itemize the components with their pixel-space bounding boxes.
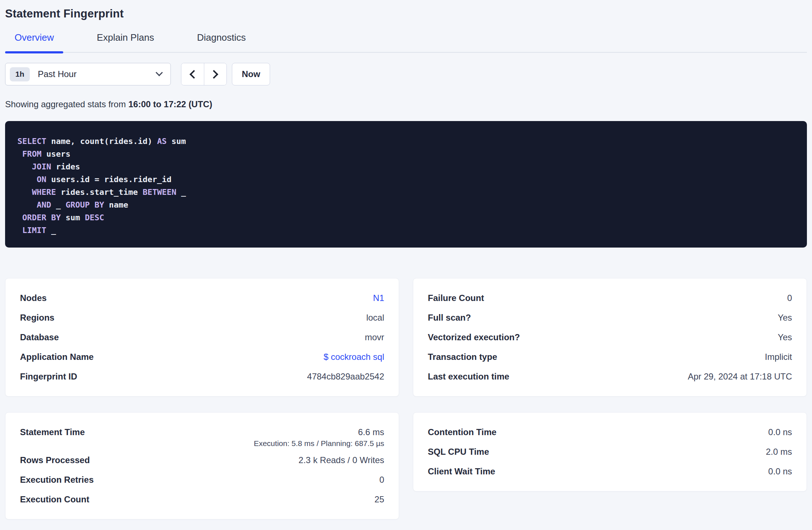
row-label: Full scan? bbox=[428, 308, 471, 328]
row-values: Yes bbox=[778, 308, 792, 328]
sql-line: ON users.id = rides.rider_id bbox=[17, 173, 795, 186]
tab-overview[interactable]: Overview bbox=[5, 32, 63, 52]
row-label: Execution Count bbox=[20, 490, 89, 509]
row-values: 25 bbox=[374, 490, 384, 509]
row-value: Implicit bbox=[765, 347, 792, 367]
sql-keyword: SELECT bbox=[17, 137, 46, 146]
row-value-link[interactable]: N1 bbox=[373, 288, 384, 308]
execution-attributes-card: Failure Count0Full scan?YesVectorized ex… bbox=[413, 278, 807, 397]
sql-line: FROM users bbox=[17, 148, 795, 160]
sql-text bbox=[17, 162, 32, 171]
sql-keyword: FROM bbox=[22, 149, 41, 158]
sql-text: users.id = rides.rider_id bbox=[46, 175, 171, 184]
row-values: $ cockroach sql bbox=[323, 347, 384, 367]
chevron-right-icon bbox=[210, 70, 218, 79]
row-values: 0.0 ns bbox=[768, 462, 792, 481]
sql-text: _ bbox=[46, 226, 56, 235]
summary-cards: NodesN1RegionslocalDatabasemovrApplicati… bbox=[5, 278, 807, 519]
sql-keyword: ON bbox=[37, 175, 47, 184]
time-range-label: Past Hour bbox=[38, 69, 157, 79]
wait-time-card: Contention Time0.0 nsSQL CPU Time2.0 msC… bbox=[413, 412, 807, 491]
row-value: Yes bbox=[778, 328, 792, 347]
sql-text: sum bbox=[167, 137, 186, 146]
card-row-statement-time: Statement Time6.6 msExecution: 5.8 ms / … bbox=[20, 422, 384, 450]
row-value: movr bbox=[365, 328, 384, 347]
row-value: 2.3 k Reads / 0 Writes bbox=[298, 450, 384, 470]
sql-text: rides.start_time bbox=[56, 188, 142, 197]
summary-prefix: Showing aggregated stats from bbox=[5, 99, 126, 109]
row-values: Apr 29, 2024 at 17:18 UTC bbox=[688, 367, 792, 386]
row-values: movr bbox=[365, 328, 384, 347]
time-step-buttons bbox=[181, 63, 227, 85]
row-label: Nodes bbox=[20, 288, 47, 308]
page-title: Statement Fingerprint bbox=[5, 7, 807, 20]
row-label: Rows Processed bbox=[20, 450, 90, 470]
card-row-client-wait-time: Client Wait Time0.0 ns bbox=[428, 462, 792, 481]
row-label: SQL CPU Time bbox=[428, 442, 489, 462]
sql-text: name, count(rides.id) bbox=[46, 137, 157, 146]
sql-text: _ bbox=[51, 200, 66, 209]
card-row-application-name: Application Name$ cockroach sql bbox=[20, 347, 384, 367]
row-label: Client Wait Time bbox=[428, 462, 495, 481]
sql-text: _ bbox=[176, 188, 186, 197]
sql-line: SELECT name, count(rides.id) AS sum bbox=[17, 135, 795, 148]
sql-line: JOIN rides bbox=[17, 160, 795, 173]
sql-text bbox=[17, 188, 32, 197]
tab-explain-plans[interactable]: Explain Plans bbox=[87, 32, 164, 52]
row-value: 0.0 ns bbox=[768, 422, 792, 442]
row-value: 2.0 ms bbox=[766, 442, 792, 462]
row-subvalue: Execution: 5.8 ms / Planning: 687.5 µs bbox=[254, 439, 384, 450]
row-label: Database bbox=[20, 328, 59, 347]
row-values: 0 bbox=[787, 288, 792, 308]
sql-text bbox=[17, 175, 37, 184]
time-range-picker[interactable]: 1h Past Hour bbox=[5, 63, 171, 85]
aggregated-stats-summary: Showing aggregated stats from16:00 to 17… bbox=[5, 99, 807, 109]
time-toolbar: 1h Past Hour Now bbox=[5, 63, 807, 85]
card-row-fingerprint-id: Fingerprint ID4784cb829aab2542 bbox=[20, 367, 384, 386]
card-row-execution-retries: Execution Retries0 bbox=[20, 470, 384, 490]
statement-fingerprint-page: Statement Fingerprint OverviewExplain Pl… bbox=[0, 0, 812, 519]
sql-text bbox=[17, 226, 22, 235]
tab-diagnostics[interactable]: Diagnostics bbox=[188, 32, 255, 52]
active-tab-underline bbox=[5, 51, 63, 53]
card-row-execution-count: Execution Count25 bbox=[20, 490, 384, 509]
row-values: Implicit bbox=[765, 347, 792, 367]
card-row-vectorized-execution: Vectorized execution?Yes bbox=[428, 328, 792, 347]
statement-timing-card: Statement Time6.6 msExecution: 5.8 ms / … bbox=[5, 412, 399, 519]
sql-line: ORDER BY sum DESC bbox=[17, 211, 795, 224]
row-value: 0 bbox=[787, 288, 792, 308]
row-values: Yes bbox=[778, 328, 792, 347]
row-value: 0 bbox=[379, 470, 384, 490]
card-row-regions: Regionslocal bbox=[20, 308, 384, 328]
row-values: 4784cb829aab2542 bbox=[307, 367, 384, 386]
now-button[interactable]: Now bbox=[232, 63, 270, 85]
row-values: 2.3 k Reads / 0 Writes bbox=[298, 450, 384, 470]
row-value: 25 bbox=[374, 490, 384, 509]
card-row-full-scan: Full scan?Yes bbox=[428, 308, 792, 328]
row-value: Yes bbox=[778, 308, 792, 328]
row-values: 2.0 ms bbox=[766, 442, 792, 462]
row-value: 0.0 ns bbox=[768, 462, 792, 481]
row-value: Apr 29, 2024 at 17:18 UTC bbox=[688, 367, 792, 386]
row-label: Fingerprint ID bbox=[20, 367, 77, 386]
row-label: Statement Time bbox=[20, 422, 85, 442]
previous-time-button[interactable] bbox=[181, 63, 204, 85]
sql-text: sum bbox=[61, 213, 85, 222]
card-row-sql-cpu-time: SQL CPU Time2.0 ms bbox=[428, 442, 792, 462]
row-values: 0 bbox=[379, 470, 384, 490]
card-row-contention-time: Contention Time0.0 ns bbox=[428, 422, 792, 442]
sql-keyword: JOIN bbox=[32, 162, 51, 171]
card-row-rows-processed: Rows Processed2.3 k Reads / 0 Writes bbox=[20, 450, 384, 470]
row-value: 4784cb829aab2542 bbox=[307, 367, 384, 386]
chevron-left-icon bbox=[189, 70, 198, 79]
row-label: Application Name bbox=[20, 347, 94, 367]
sql-text: rides bbox=[51, 162, 80, 171]
row-value-link[interactable]: $ cockroach sql bbox=[323, 347, 384, 367]
sql-keyword: AS bbox=[157, 137, 167, 146]
chevron-down-icon bbox=[156, 69, 163, 76]
sql-line: AND _ GROUP BY name bbox=[17, 198, 795, 211]
next-time-button[interactable] bbox=[204, 63, 227, 85]
row-label: Execution Retries bbox=[20, 470, 94, 490]
row-value: local bbox=[366, 308, 384, 328]
summary-time-range: 16:00 to 17:22 (UTC) bbox=[128, 99, 212, 109]
